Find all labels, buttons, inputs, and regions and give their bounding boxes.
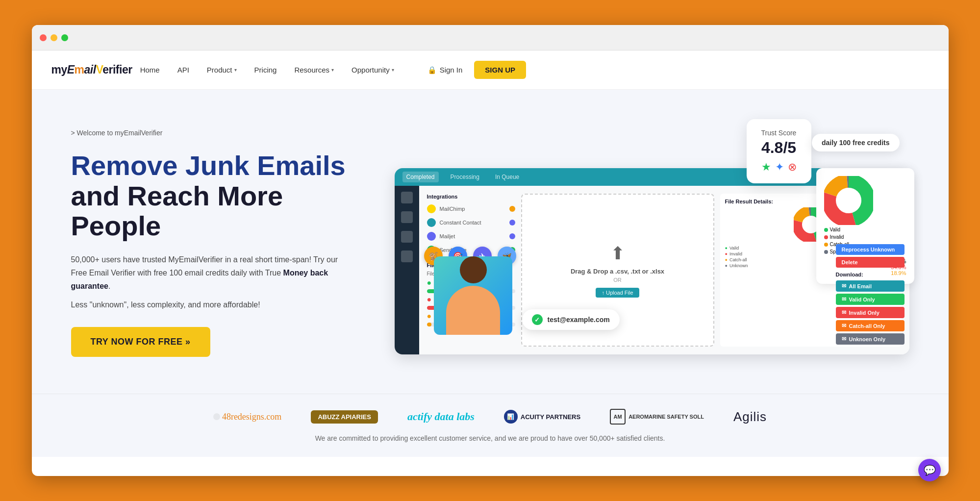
upload-or: OR	[613, 277, 622, 283]
integration-mailjet: Mailjet	[427, 232, 515, 241]
agilis-text: Agilis	[733, 409, 767, 424]
sidebar-icon-3[interactable]	[401, 231, 413, 243]
mailjet-icon	[427, 232, 436, 241]
star-red-icon: ⊗	[788, 161, 797, 174]
logo-actify: actify data labs	[407, 410, 475, 423]
email-badge: ✓ test@example.com	[522, 309, 620, 330]
acuity-icon: 📊	[504, 410, 518, 424]
nav-pricing[interactable]: Pricing	[247, 62, 285, 78]
breadcrumb: > Welcome to myEmailVerifier	[71, 129, 375, 137]
valid-legend-label: Valid	[830, 227, 841, 232]
hero-title-line1: Remove Junk Emails	[71, 150, 346, 181]
legend-invalid: Invalid	[824, 234, 906, 240]
invalid-legend-label: Invalid	[830, 234, 844, 240]
unknown-email-icon: ✉	[842, 336, 846, 342]
maximize-dot[interactable]	[61, 34, 68, 41]
sign-up-button[interactable]: SIGN UP	[474, 61, 526, 79]
aeromarine-text: AEROMARINE SAFETY SOLL	[628, 414, 704, 420]
abuzz-badge: ABUZZ APIARIES	[311, 410, 378, 424]
dot-icon	[213, 413, 220, 420]
catchall-only-button[interactable]: ✉ Catch-all Only	[836, 320, 905, 331]
invalid-dot	[824, 235, 828, 239]
logo-acuity: 📊 ACUITY PARTNERS	[504, 410, 580, 424]
abuzz-text: ABUZZ APIARIES	[318, 413, 371, 421]
valid-dot	[824, 228, 828, 232]
acuity-text: ACUITY PARTNERS	[521, 413, 580, 421]
trust-stars: ★ ✦ ⊗	[761, 161, 797, 174]
mailjet-status	[509, 233, 515, 239]
navbar: myEmailVerifier Home API Product ▾ Prici…	[32, 50, 949, 90]
sidebar-icon-4[interactable]	[401, 250, 413, 262]
dash-tab-processing[interactable]: Processing	[447, 172, 483, 182]
delete-button[interactable]: Delete	[836, 257, 905, 268]
chat-bubble-button[interactable]: 💬	[918, 459, 941, 481]
nav-product[interactable]: Product ▾	[199, 62, 245, 78]
trust-score-value: 4.8/5	[761, 139, 797, 157]
upload-button[interactable]: ↑ Upload File	[596, 288, 639, 298]
logo-abuzz: ABUZZ APIARIES	[311, 410, 378, 424]
star-blue-icon: ✦	[775, 161, 784, 174]
mailchimp-icon	[427, 204, 436, 213]
check-circle-icon: ✓	[532, 314, 543, 325]
valid-only-button[interactable]: ✉ Valid Only	[836, 294, 905, 305]
trust-label: Trust Score	[761, 129, 797, 137]
star-green-icon: ★	[761, 161, 771, 174]
actify-text: actify data labs	[407, 410, 475, 423]
product-chevron-icon: ▾	[234, 67, 237, 73]
minimize-dot[interactable]	[50, 34, 57, 41]
sign-in-button[interactable]: 🔒 Sign In	[422, 62, 469, 78]
upload-text: Drag & Drop a .csv, .txt or .xlsx	[571, 268, 664, 275]
nav-resources[interactable]: Resources ▾	[286, 62, 342, 78]
spamtrap-dot	[824, 250, 828, 254]
resources-chevron-icon: ▾	[331, 67, 334, 73]
dash-tab-completed[interactable]: Completed	[402, 172, 439, 182]
cta-button[interactable]: TRY NOW FOR FREE »	[71, 327, 210, 357]
mailchimp-label: MailChimp	[440, 206, 465, 212]
browser-chrome	[32, 25, 949, 50]
valid-email-icon: ✉	[842, 296, 846, 302]
all-email-button[interactable]: ✉ All Email	[836, 280, 905, 292]
invalid-only-button[interactable]: ✉ Invalid Only	[836, 307, 905, 318]
trust-score-card: Trust Score 4.8/5 ★ ✦ ⊗	[747, 119, 811, 183]
catchall-email-icon: ✉	[842, 323, 846, 329]
cc-status	[509, 220, 515, 225]
email-address: test@example.com	[548, 316, 610, 324]
aeromarine-badge: AM	[610, 409, 626, 425]
logo[interactable]: myEmailVerifier	[51, 63, 132, 76]
constant-contact-label: Constant Contact	[440, 220, 481, 225]
sidebar-icon-1[interactable]	[401, 192, 413, 203]
chat-icon: 💬	[924, 464, 936, 476]
logos-row: 48redesigns.com ABUZZ APIARIES actify da…	[71, 409, 909, 425]
logos-footer: We are committed to providing excellent …	[71, 434, 909, 442]
logo-aeromarine: AM AEROMARINE SAFETY SOLL	[610, 409, 704, 425]
person-card	[434, 256, 512, 335]
nav-links: Home API Product ▾ Pricing Resources ▾ O…	[132, 62, 402, 78]
nav-api[interactable]: API	[170, 62, 197, 78]
nav-opportunity[interactable]: Opportunity ▾	[344, 62, 402, 78]
integration-constant: Constant Contact	[427, 218, 515, 227]
sidebar-icon-2[interactable]	[401, 211, 413, 223]
download-label: Download:	[836, 270, 905, 278]
invalid-email-icon: ✉	[842, 309, 846, 316]
dash-tab-queue[interactable]: In Queue	[491, 172, 523, 182]
mailchimp-status	[509, 206, 515, 212]
valid-icon: ●	[427, 278, 432, 287]
browser-window: myEmailVerifier Home API Product ▾ Prici…	[32, 25, 949, 476]
reprocess-button[interactable]: Reprocess Unknown	[836, 244, 905, 255]
close-dot[interactable]	[40, 34, 47, 41]
dashboard-sidebar	[395, 186, 419, 354]
duplicate-icon: ●	[427, 312, 432, 321]
nav-actions: 🔒 Sign In SIGN UP	[422, 61, 526, 79]
lock-icon: 🔒	[427, 66, 437, 75]
catchall-dot	[824, 243, 828, 247]
hero-left: > Welcome to myEmailVerifier Remove Junk…	[71, 119, 375, 357]
hero-description: 50,000+ users have trusted MyEmailVerifi…	[71, 253, 346, 293]
opportunity-chevron-icon: ▾	[392, 67, 394, 73]
nav-home[interactable]: Home	[132, 62, 168, 78]
person-head	[460, 256, 487, 283]
upload-icon: ⬆	[610, 243, 625, 264]
hero-mockup: Trust Score 4.8/5 ★ ✦ ⊗ daily 100 free c…	[395, 119, 909, 374]
constant-contact-icon	[427, 218, 436, 227]
hero-title: Remove Junk Emails and Reach More People	[71, 150, 375, 241]
unknown-only-button[interactable]: ✉ Unknoen Only	[836, 333, 905, 345]
